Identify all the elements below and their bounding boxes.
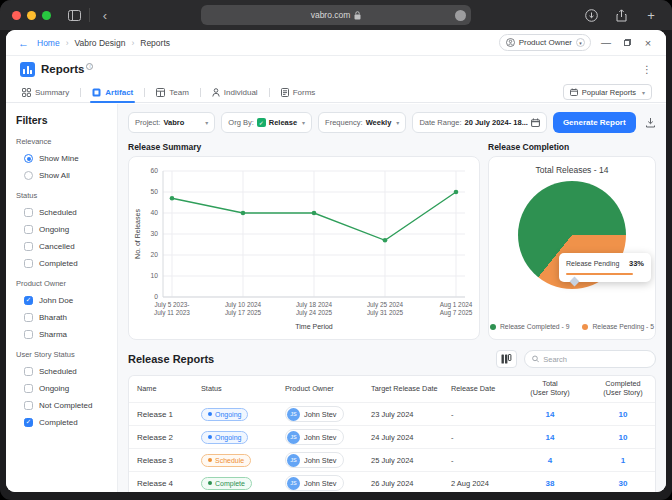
checkbox-not-completed[interactable]: Not Completed — [24, 401, 107, 410]
total-user-story-link[interactable]: 4 — [515, 456, 585, 465]
individual-icon — [212, 88, 220, 97]
search-input[interactable] — [543, 355, 648, 364]
completed-user-story-link[interactable]: 10 — [585, 410, 656, 419]
table-row[interactable]: Release 4CompleteJSJohn Stev26 July 2024… — [129, 471, 655, 492]
checkbox-scheduled[interactable]: Scheduled — [24, 367, 107, 376]
option-label: Show All — [39, 171, 70, 180]
legend-dot — [582, 324, 588, 330]
content-area: Project: Vabro ▾ Org By: ✓ Release ▾ Fre… — [118, 104, 666, 492]
checkbox-completed[interactable]: ✓Completed — [24, 418, 107, 427]
checkbox-control[interactable] — [24, 242, 33, 251]
tab-team[interactable]: Team — [154, 82, 191, 102]
tab-artifact[interactable]: Artifact — [90, 82, 135, 102]
checkbox-control[interactable]: ✓ — [24, 296, 33, 305]
columns-button[interactable] — [496, 350, 517, 368]
checkbox-control[interactable] — [24, 367, 33, 376]
popular-reports-button[interactable]: Popular Reports ▾ — [563, 84, 652, 100]
restore-icon — [624, 39, 631, 46]
generate-report-button[interactable]: Generate Report — [553, 112, 636, 133]
checkbox-control[interactable] — [24, 225, 33, 234]
url-bar[interactable]: vabro.com — [201, 5, 471, 25]
date-range-picker[interactable]: Date Range: 20 July 2024- 18... — [412, 112, 547, 133]
checkbox-control[interactable] — [24, 384, 33, 393]
completed-user-story-link[interactable]: 1 — [585, 456, 656, 465]
target-release-date: 24 July 2024 — [367, 433, 447, 442]
svg-text:40: 40 — [151, 209, 159, 216]
role-label: Product Owner — [519, 38, 572, 47]
new-tab-icon[interactable]: + — [642, 6, 660, 24]
owner-cell: JSJohn Stev — [281, 452, 367, 468]
table-row[interactable]: Release 2OngoingJSJohn Stev24 July 2024-… — [129, 425, 655, 448]
checkbox-cancelled[interactable]: Cancelled — [24, 242, 107, 251]
checkbox-bharath[interactable]: Bharath — [24, 313, 107, 322]
checkbox-scheduled[interactable]: Scheduled — [24, 208, 107, 217]
completed-user-story-link[interactable]: 30 — [585, 479, 656, 488]
checkbox-control[interactable] — [24, 208, 33, 217]
column-header: Target Release Date — [367, 385, 447, 394]
sidebar-toggle-icon[interactable] — [65, 6, 83, 24]
app-restore-button[interactable] — [621, 37, 633, 49]
total-user-story-link[interactable]: 38 — [515, 479, 585, 488]
checkbox-sharma[interactable]: Sharma — [24, 330, 107, 339]
project-select[interactable]: Project: Vabro ▾ — [128, 112, 215, 133]
target-release-date: 23 July 2024 — [367, 410, 447, 419]
frequency-select[interactable]: Frequency: Weekly ▾ — [318, 112, 406, 133]
checkbox-control[interactable] — [24, 259, 33, 268]
app-minimize-button[interactable]: — — [600, 37, 612, 49]
tab-summary[interactable]: Summary — [20, 82, 71, 102]
close-window-button[interactable] — [12, 11, 21, 20]
search-box[interactable] — [524, 350, 656, 368]
breadcrumb-reports: Reports — [140, 38, 170, 48]
checkbox-completed[interactable]: Completed — [24, 259, 107, 268]
chevron-down-icon: ▾ — [396, 119, 399, 126]
zoom-window-button[interactable] — [42, 11, 51, 20]
total-user-story-link[interactable]: 14 — [515, 433, 585, 442]
breadcrumb-home[interactable]: Home — [37, 38, 60, 48]
chevron-down-icon: ▾ — [576, 38, 585, 47]
table-row[interactable]: Release 1OngoingJSJohn Stev23 July 2024-… — [129, 402, 655, 425]
radio-show-mine[interactable]: Show Mine — [24, 154, 107, 163]
option-label: Not Completed — [39, 401, 92, 410]
tab-individual[interactable]: Individual — [210, 82, 260, 102]
option-label: Ongoing — [39, 384, 69, 393]
checkbox-control[interactable]: ✓ — [24, 418, 33, 427]
tab-label: Artifact — [105, 88, 133, 97]
app-close-button[interactable]: × — [642, 37, 654, 49]
traffic-lights — [12, 11, 51, 20]
completed-user-story-link[interactable]: 10 — [585, 433, 656, 442]
checkbox-control[interactable] — [24, 401, 33, 410]
info-icon[interactable]: i — [86, 63, 93, 70]
toolbar-right: + — [582, 0, 660, 30]
extension-icon[interactable] — [455, 10, 466, 21]
radio-show-all[interactable]: Show All — [24, 171, 107, 180]
checkbox-ongoing[interactable]: Ongoing — [24, 384, 107, 393]
org-by-select[interactable]: Org By: ✓ Release ▾ — [221, 112, 312, 133]
download-icon[interactable] — [645, 117, 656, 128]
downloads-icon[interactable] — [582, 6, 600, 24]
checkbox-ongoing[interactable]: Ongoing — [24, 225, 107, 234]
share-icon[interactable] — [612, 6, 630, 24]
breadcrumb-vabro-design[interactable]: Vabro Design — [75, 38, 126, 48]
radio-control[interactable] — [24, 154, 33, 163]
product-owner-menu[interactable]: Product Owner ▾ — [499, 34, 591, 51]
radio-control[interactable] — [24, 171, 33, 180]
artifact-icon — [92, 88, 101, 97]
chevron-down-icon: ▾ — [205, 119, 208, 126]
release-summary-chart: 0102030405060July 5 2023-July 11 2023Jul… — [128, 156, 480, 340]
checkbox-john-doe[interactable]: ✓John Doe — [24, 296, 107, 305]
column-header: Release Date — [447, 385, 515, 394]
org-by-label: Org By: — [228, 118, 253, 127]
tab-forms[interactable]: Forms — [279, 82, 318, 102]
status-cell: Complete — [197, 477, 281, 490]
more-options-icon[interactable]: ⋮ — [642, 64, 652, 75]
filter-group-label: User Story Status — [16, 350, 107, 359]
total-user-story-link[interactable]: 14 — [515, 410, 585, 419]
breadcrumb-back-icon[interactable]: ← — [18, 37, 29, 49]
release-reports-section: Release Reports NameStatusPro — [128, 350, 656, 492]
owner-chip: JSJohn Stev — [285, 429, 344, 445]
checkbox-control[interactable] — [24, 313, 33, 322]
checkbox-control[interactable] — [24, 330, 33, 339]
minimize-window-button[interactable] — [27, 11, 36, 20]
table-row[interactable]: Release 3ScheduleJSJohn Stev25 July 2024… — [129, 448, 655, 471]
back-icon[interactable]: ‹ — [96, 6, 114, 24]
